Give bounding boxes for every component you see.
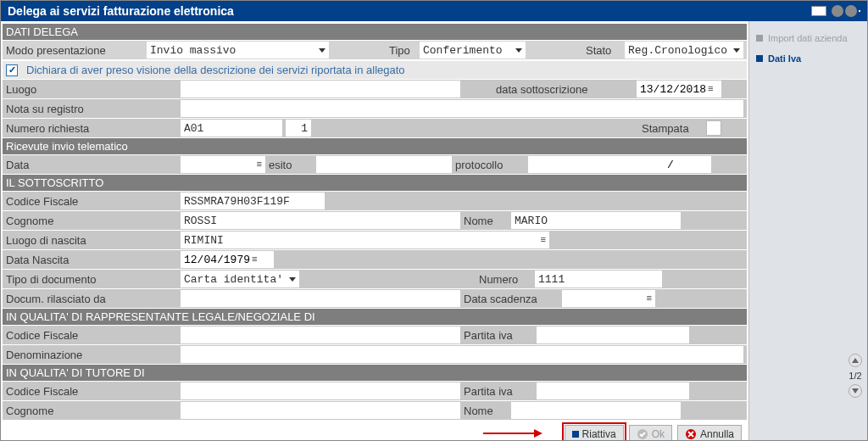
side-item-label: Dati Iva (768, 53, 801, 64)
select-modo-presentazione[interactable]: Invio massivo (147, 42, 329, 59)
input-data-nascita[interactable]: 12/04/1979≡ (181, 251, 274, 268)
label-rapp-piva: Partita iva (460, 328, 537, 343)
label-numero-richiesta: Numero richiesta (3, 121, 181, 136)
input-rapp-cf[interactable] (181, 327, 460, 343)
check-icon (637, 428, 648, 440)
label-cognome: Cognome (3, 214, 181, 228)
label-ric-data: Data (3, 158, 181, 172)
square-icon (756, 55, 763, 62)
close-icon[interactable] (859, 10, 860, 12)
pin-icon[interactable] (811, 6, 826, 16)
section-ricevute: Ricevute invio telematico (3, 138, 747, 154)
riattiva-button[interactable]: Riattiva (565, 425, 624, 440)
input-ric-protocollo[interactable] (528, 156, 664, 173)
label-numero-doc: Numero (476, 272, 535, 287)
label-cf: Codice Fiscale (3, 194, 181, 209)
label-ric-esito: esito (265, 158, 316, 172)
input-luogo-nascita[interactable] (181, 232, 515, 248)
input-numero-doc[interactable] (535, 271, 662, 287)
svg-marker-1 (534, 429, 542, 438)
label-data-nascita: Data Nascita (3, 253, 181, 267)
input-docum-rilasciato[interactable] (181, 290, 460, 307)
select-stato[interactable]: Reg.Cronologico (625, 42, 743, 59)
label-nota-registro: Nota su registro (3, 102, 181, 116)
label-declare: Dichiara di aver preso visione della des… (23, 63, 409, 77)
input-numero-richiesta-b[interactable] (286, 120, 311, 137)
input-tut-cf[interactable] (181, 382, 460, 399)
ok-button[interactable]: Ok (629, 425, 672, 440)
maximize-icon[interactable] (845, 5, 857, 17)
label-modo-presentazione: Modo presentazione (3, 43, 147, 58)
label-tipo-documento: Tipo di documento (3, 272, 181, 287)
input-rapp-piva[interactable] (537, 327, 689, 343)
label-luogo-nascita: Luogo di nascita (3, 233, 181, 248)
section-dati-delega: DATI DELEGA (3, 24, 747, 40)
svg-marker-4 (852, 358, 859, 363)
label-tut-cognome: Cognome (3, 404, 181, 418)
section-rappresentante: IN QUALITA' DI RAPPRESENTANTE LEGALE/NEG… (3, 309, 747, 325)
input-ric-esito[interactable] (316, 156, 452, 173)
input-data-scadenza[interactable]: ≡ (562, 290, 655, 307)
square-icon (756, 35, 763, 42)
select-tipo[interactable]: Conferimento (420, 42, 526, 59)
input-numero-richiesta-a[interactable] (181, 120, 282, 137)
annulla-button[interactable]: Annulla (677, 425, 742, 440)
label-docum-rilasciato: Docum. rilasciato da (3, 292, 181, 306)
label-tut-piva: Partita iva (460, 384, 537, 399)
label-tipo: Tipo (386, 43, 420, 58)
square-icon (572, 431, 579, 438)
side-import-dati-azienda[interactable]: Import dati azienda (753, 28, 864, 48)
side-item-label: Import dati azienda (768, 33, 848, 43)
select-tipo-documento[interactable]: Carta identita' (181, 271, 299, 287)
scroll-down-icon[interactable] (849, 384, 862, 398)
checkbox-declare[interactable]: ✓ (6, 64, 18, 76)
label-rapp-cf: Codice Fiscale (3, 328, 181, 343)
input-tut-cognome[interactable] (181, 402, 460, 419)
checkbox-stampata[interactable] (706, 120, 721, 136)
svg-marker-5 (852, 388, 859, 394)
label-tut-cf: Codice Fiscale (3, 384, 181, 399)
section-sottoscritto: IL SOTTOSCRITTO (3, 175, 747, 191)
input-ric-protocollo-2[interactable] (677, 156, 711, 173)
pager-label: 1/2 (849, 371, 861, 381)
cancel-icon (685, 428, 697, 440)
minimize-icon[interactable] (832, 5, 843, 17)
title-bar: Delega ai servizi fatturazione elettroni… (1, 1, 867, 21)
label-tut-nome: Nome (460, 404, 511, 418)
input-nota-registro[interactable] (181, 100, 743, 117)
label-data-scadenza: Data scadenza (460, 292, 562, 306)
label-ric-slash: / (664, 156, 677, 173)
picker-luogo-nascita[interactable]: ≡ (515, 232, 549, 248)
highlight-arrow-icon (483, 427, 542, 441)
label-nome: Nome (460, 214, 511, 228)
input-ric-data[interactable]: ≡ (181, 156, 265, 173)
input-nome[interactable] (511, 212, 681, 229)
input-tut-nome[interactable] (511, 402, 681, 419)
input-cognome[interactable] (181, 212, 460, 229)
label-rapp-denom: Denominazione (3, 348, 181, 362)
label-stampata: Stampata (638, 121, 706, 136)
window-title: Delega ai servizi fatturazione elettroni… (8, 4, 234, 18)
side-dati-iva[interactable]: Dati Iva (753, 48, 864, 69)
scroll-up-icon[interactable] (849, 354, 862, 367)
label-ric-protocollo: protocollo (452, 158, 528, 172)
label-stato: Stato (582, 43, 625, 58)
input-luogo[interactable] (181, 81, 460, 98)
label-data-sottoscrizione: data sottoscrizione (492, 82, 637, 97)
input-cf[interactable] (181, 193, 325, 209)
section-tutore: IN QUALITA' DI TUTORE DI (3, 365, 747, 381)
input-data-sottoscrizione[interactable]: 13/12/2018≡ (637, 81, 721, 98)
label-luogo: Luogo (3, 82, 181, 97)
input-rapp-denom[interactable] (181, 346, 743, 363)
input-tut-piva[interactable] (537, 382, 689, 399)
